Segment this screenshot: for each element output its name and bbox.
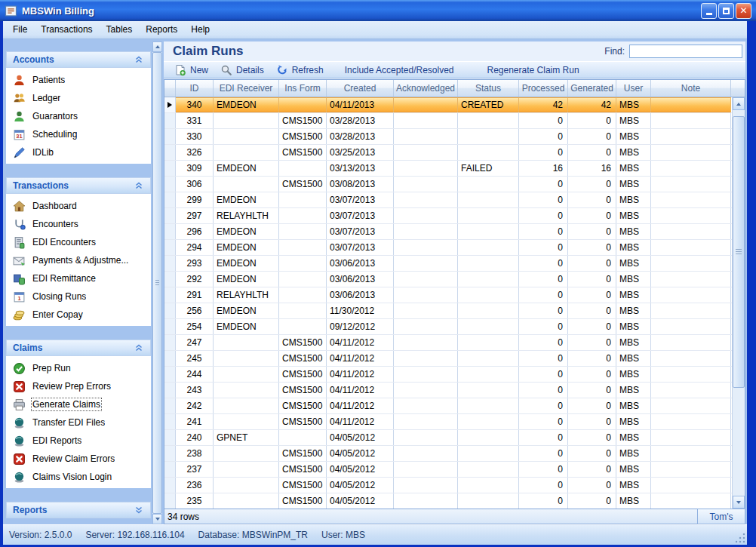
section-header-accounts[interactable]: Accounts [6, 51, 151, 68]
sidebar-item-edi-remittance[interactable]: EDI Remittance [6, 269, 151, 287]
table-row[interactable]: 292EMDEON03/06/201300MBS [164, 272, 732, 287]
column-header-status[interactable]: Status [458, 80, 519, 97]
resize-grip[interactable] [736, 533, 745, 543]
table-row[interactable]: 294EMDEON03/07/201300MBS [164, 240, 732, 256]
scrollbar-thumb[interactable] [152, 52, 162, 514]
table-row[interactable]: 236CMS150004/05/201200MBS [164, 478, 732, 493]
sidebar-item-edi-reports[interactable]: EDI Reports [6, 432, 151, 450]
sidebar-item-review-claim-errors[interactable]: Review Claim Errors [6, 450, 151, 468]
table-row[interactable]: 293EMDEON03/06/201300MBS [164, 256, 732, 272]
menu-item-transactions[interactable]: Transactions [34, 21, 99, 38]
cell-processed: 0 [519, 430, 568, 445]
table-row[interactable]: 256EMDEON11/30/201200MBS [164, 303, 732, 319]
table-row[interactable]: 254EMDEON09/12/201200MBS [164, 319, 732, 335]
cell-note [651, 430, 731, 445]
sidebar-item-review-prep-errors[interactable]: Review Prep Errors [6, 377, 151, 395]
sidebar-item-edi-encounters[interactable]: EDI Encounters [6, 233, 151, 251]
sidebar-item-guarantors[interactable]: Guarantors [6, 107, 151, 125]
sidebar-item-payments-adjustme[interactable]: Payments & Adjustme... [6, 251, 151, 269]
table-row[interactable]: 306CMS150003/08/201300MBS [164, 177, 732, 192]
menu-item-file[interactable]: File [6, 21, 34, 38]
table-row[interactable]: 238CMS150004/05/201200MBS [164, 446, 732, 462]
review-errors-icon [13, 453, 26, 466]
chevron-up-icon[interactable] [134, 54, 144, 65]
toolbar-button-label: Refresh [292, 65, 324, 75]
sidebar-item-closing-runs[interactable]: 1Closing Runs [6, 287, 151, 306]
menu-item-tables[interactable]: Tables [100, 21, 140, 38]
table-row[interactable]: 326CMS150003/25/201300MBS [164, 145, 732, 161]
column-header-generated[interactable]: Generated [568, 80, 616, 97]
table-row[interactable]: 340EMDEON04/11/2013CREATED4242MBS [164, 97, 732, 113]
sidebar-item-dashboard[interactable]: Dashboard [6, 197, 151, 215]
table-row[interactable]: 299EMDEON03/07/201300MBS [164, 192, 732, 208]
scroll-down-arrow[interactable] [152, 514, 162, 524]
sidebar-item-generate-claims[interactable]: Generate Claims [6, 395, 151, 413]
section-header-transactions[interactable]: Transactions [6, 177, 151, 194]
sidebar-item-ledger[interactable]: Ledger [6, 89, 151, 107]
table-row[interactable]: 330CMS150003/28/201300MBS [164, 129, 732, 145]
cell-ins-form: CMS1500 [279, 113, 327, 128]
minimize-button[interactable] [701, 3, 717, 19]
scroll-up-arrow[interactable] [152, 41, 162, 52]
find-input[interactable] [629, 45, 742, 58]
sidebar-item-scheduling[interactable]: 31Scheduling [6, 125, 151, 143]
toolbar-button-include-accepted-resolved[interactable]: Include Accepted/Resolved [339, 63, 460, 78]
sidebar-item-enter-copay[interactable]: Enter Copay [6, 306, 151, 324]
menu-item-help[interactable]: Help [184, 21, 217, 38]
column-header-created[interactable]: Created [327, 80, 394, 97]
table-row[interactable]: 331CMS150003/28/201300MBS [164, 113, 732, 129]
table-row[interactable]: 237CMS150004/05/201200MBS [164, 462, 732, 478]
table-row[interactable]: 309EMDEON03/13/2013FAILED1616MBS [164, 161, 732, 177]
sidebar-item-encounters[interactable]: Encounters [6, 215, 151, 233]
cell-acknowledged [394, 256, 458, 271]
cell-user: MBS [616, 161, 651, 176]
column-header-id[interactable]: ID [176, 80, 214, 97]
close-button[interactable]: ✕ [736, 3, 751, 19]
section-header-claims[interactable]: Claims [6, 340, 151, 356]
column-header-acknowledged[interactable]: Acknowledged [394, 80, 458, 97]
maximize-button[interactable] [718, 3, 734, 19]
table-row[interactable]: 244CMS150004/11/201200MBS [164, 367, 732, 383]
grid-scrollbar-thumb[interactable] [733, 116, 745, 388]
toolbar-button-refresh[interactable]: Refresh [270, 63, 330, 78]
cell-ins-form: CMS1500 [279, 367, 327, 382]
table-row[interactable]: 241CMS150004/11/201200MBS [164, 414, 732, 430]
title-bar[interactable]: MBSWin Billing ✕ [0, 0, 756, 21]
column-header-edi-receiver[interactable]: EDI Receiver [214, 80, 279, 97]
user-button[interactable]: Tom's [697, 509, 745, 524]
table-row[interactable]: 243CMS150004/11/201200MBS [164, 383, 732, 398]
table-row[interactable]: 247CMS150004/11/201200MBS [164, 335, 732, 351]
chevron-up-icon[interactable] [134, 180, 144, 191]
grid-scroll-up-arrow[interactable] [733, 97, 745, 110]
cell-id: 294 [176, 240, 214, 255]
sidebar-item-prep-run[interactable]: Prep Run [6, 359, 151, 377]
column-header-note[interactable]: Note [651, 80, 731, 97]
table-row[interactable]: 235CMS150004/05/201200MBS [164, 493, 732, 509]
sidebar-item-patients[interactable]: Patients [6, 71, 151, 89]
menu-item-reports[interactable]: Reports [139, 21, 184, 38]
sidebar-item-claims-vision-login[interactable]: Claims Vision Login [6, 468, 151, 486]
column-header-processed[interactable]: Processed [519, 80, 568, 97]
cell-status [458, 398, 519, 413]
toolbar-button-regenerate-claim-run[interactable]: Regenerate Claim Run [481, 63, 585, 78]
sidebar-item-transfer-edi-files[interactable]: Transfer EDI Files [6, 413, 151, 432]
section-header-reports[interactable]: Reports [6, 502, 151, 518]
column-header-user[interactable]: User [616, 80, 651, 97]
grid-scrollbar[interactable] [732, 97, 745, 509]
table-row[interactable]: 296EMDEON03/07/201300MBS [164, 224, 732, 240]
cell-ins-form: CMS1500 [279, 493, 327, 509]
toolbar-button-new[interactable]: New [168, 63, 214, 78]
table-row[interactable]: 240GPNET04/05/201200MBS [164, 430, 732, 446]
chevron-down-icon[interactable] [134, 505, 144, 515]
table-row[interactable]: 242CMS150004/11/201200MBS [164, 398, 732, 414]
table-row[interactable]: 245CMS150004/11/201200MBS [164, 351, 732, 367]
sidebar-item-label: Transfer EDI Files [32, 417, 105, 428]
toolbar-button-details[interactable]: Details [214, 63, 270, 78]
column-header-ins-form[interactable]: Ins Form [279, 80, 327, 97]
sidebar-scrollbar[interactable] [152, 41, 162, 524]
chevron-up-icon[interactable] [134, 343, 144, 353]
table-row[interactable]: 291RELAYHLTH03/06/201300MBS [164, 287, 732, 303]
grid-scroll-down-arrow[interactable] [733, 496, 745, 509]
table-row[interactable]: 297RELAYHLTH03/07/201300MBS [164, 208, 732, 224]
sidebar-item-idlib[interactable]: IDLib [6, 143, 151, 161]
